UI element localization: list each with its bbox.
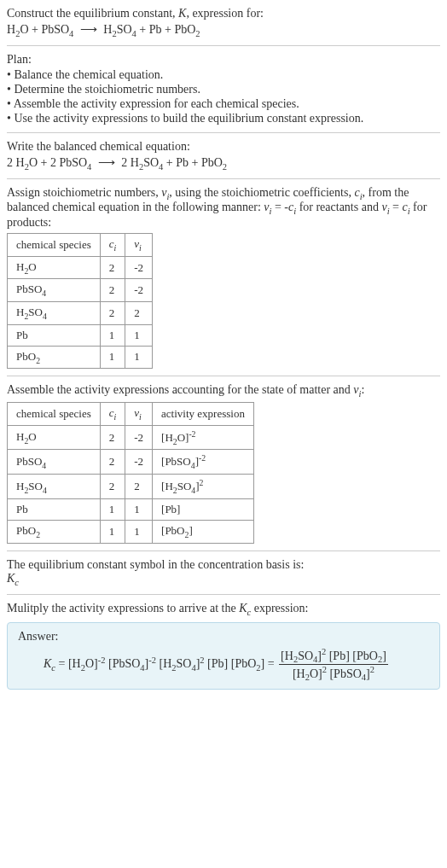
divider: [7, 551, 440, 551]
cell: 1: [125, 324, 153, 346]
table-row: PbO2 1 1 [PbO2]: [8, 521, 254, 544]
symbol-section: The equilibrium constant symbol in the c…: [7, 558, 440, 587]
multiply-title: Mulitply the activity expressions to arr…: [7, 602, 440, 617]
plan-section: Plan: • Balance the chemical equation. •…: [7, 53, 440, 125]
cell: 2: [100, 425, 125, 450]
cell: PbO2: [8, 346, 101, 369]
cell: PbO2: [8, 521, 101, 544]
col-header: activity expression: [153, 402, 254, 425]
table-row: PbSO4 2 -2: [8, 279, 153, 302]
intro-line: Construct the equilibrium constant, K, e…: [7, 7, 440, 20]
table-row: H2SO4 2 2 [H2SO4]2: [8, 475, 254, 499]
symbol-line1: The equilibrium constant symbol in the c…: [7, 558, 440, 572]
col-header: ci: [100, 234, 125, 257]
cell: H2SO4: [8, 301, 101, 324]
divider: [7, 376, 440, 376]
activity-section: Assemble the activity expressions accoun…: [7, 383, 440, 544]
cell: 1: [125, 499, 153, 521]
cell: PbSO4: [8, 279, 101, 302]
intro-section: Construct the equilibrium constant, K, e…: [7, 7, 440, 38]
symbol-line2: Kc: [7, 572, 440, 587]
table-header-row: chemical species ci νi: [8, 234, 153, 257]
cell: 1: [100, 324, 125, 346]
table-row: PbSO4 2 -2 [PbSO4]-2: [8, 450, 254, 475]
col-header: chemical species: [8, 234, 101, 257]
cell: 1: [125, 346, 153, 369]
cell: 2: [100, 450, 125, 475]
stoich-table: chemical species ci νi H2O 2 -2 PbSO4 2 …: [7, 233, 153, 369]
col-header: ci: [100, 402, 125, 425]
table-row: H2SO4 2 2: [8, 301, 153, 324]
col-header: chemical species: [8, 402, 101, 425]
cell: 2: [100, 475, 125, 499]
answer-box: Answer: Kc = [H2O]-2 [PbSO4]-2 [H2SO4]2 …: [7, 622, 440, 690]
cell: -2: [125, 279, 153, 302]
plan-item: • Balance the chemical equation.: [7, 68, 440, 82]
cell: 2: [125, 301, 153, 324]
multiply-section: Mulitply the activity expressions to arr…: [7, 602, 440, 690]
cell: [Pb]: [153, 499, 254, 521]
table-row: Pb 1 1 [Pb]: [8, 499, 254, 521]
cell: 1: [100, 499, 125, 521]
cell: H2O: [8, 425, 101, 450]
table-row: H2O 2 -2: [8, 256, 153, 279]
divider: [7, 594, 440, 595]
cell: -2: [125, 256, 153, 279]
plan-item: • Use the activity expressions to build …: [7, 112, 440, 125]
cell: 1: [125, 521, 153, 544]
cell: 2: [100, 279, 125, 302]
balanced-section: Write the balanced chemical equation: 2 …: [7, 140, 440, 172]
table-row: H2O 2 -2 [H2O]-2: [8, 425, 254, 450]
cell: 1: [100, 521, 125, 544]
divider: [7, 132, 440, 133]
col-header: νi: [125, 402, 153, 425]
activity-intro: Assemble the activity expressions accoun…: [7, 383, 440, 399]
activity-table: chemical species ci νi activity expressi…: [7, 402, 254, 544]
table-header-row: chemical species ci νi activity expressi…: [8, 402, 254, 425]
divider: [7, 178, 440, 179]
cell: [PbSO4]-2: [153, 450, 254, 475]
cell: Pb: [8, 324, 101, 346]
cell: -2: [125, 450, 153, 475]
cell: PbSO4: [8, 450, 101, 475]
cell: [H2O]-2: [153, 425, 254, 450]
cell: 2: [125, 475, 153, 499]
balanced-equation: 2 H2O + 2 PbSO4 ⟶ 2 H2SO4 + Pb + PbO2: [7, 155, 440, 172]
cell: 2: [100, 301, 125, 324]
balanced-title: Write the balanced chemical equation:: [7, 140, 440, 154]
cell: Pb: [8, 499, 101, 521]
plan-item: • Assemble the activity expression for e…: [7, 97, 440, 111]
cell: 1: [100, 346, 125, 369]
table-row: PbO2 1 1: [8, 346, 153, 369]
divider: [7, 45, 440, 46]
stoich-intro: Assign stoichiometric numbers, νi, using…: [7, 186, 440, 230]
table-row: Pb 1 1: [8, 324, 153, 346]
plan-list: • Balance the chemical equation. • Deter…: [7, 68, 440, 125]
unbalanced-equation: H2O + PbSO4 ⟶ H2SO4 + Pb + PbO2: [7, 22, 440, 38]
cell: [H2SO4]2: [153, 475, 254, 499]
cell: 2: [100, 256, 125, 279]
answer-label: Answer:: [18, 630, 429, 644]
cell: -2: [125, 425, 153, 450]
stoich-section: Assign stoichiometric numbers, νi, using…: [7, 186, 440, 370]
col-header: νi: [125, 234, 153, 257]
answer-formula: Kc = [H2O]-2 [PbSO4]-2 [H2SO4]2 [Pb] [Pb…: [44, 647, 429, 683]
cell: [PbO2]: [153, 521, 254, 544]
plan-title: Plan:: [7, 53, 440, 67]
plan-item: • Determine the stoichiometric numbers.: [7, 83, 440, 96]
cell: H2O: [8, 256, 101, 279]
cell: H2SO4: [8, 475, 101, 499]
